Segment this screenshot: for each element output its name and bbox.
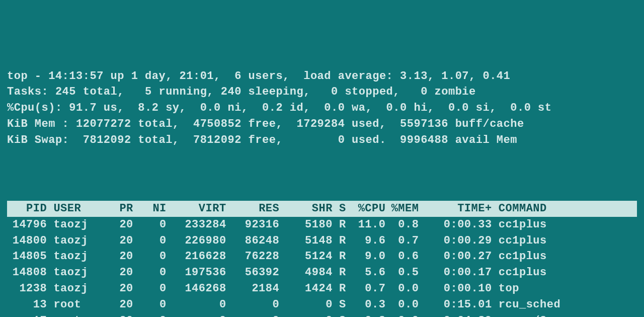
cell-mem: 0.7 [385, 233, 419, 249]
col-header-cpu[interactable]: %CPU [346, 201, 385, 217]
col-header-shr[interactable]: SHR [279, 201, 333, 217]
cell-res: 56392 [226, 265, 280, 281]
table-row[interactable]: 14805taozj200216628762285124R9.00.60:00.… [7, 249, 637, 265]
cell-cmd: cc1plus [492, 265, 585, 281]
cell-mem: 0.0 [385, 281, 419, 297]
cell-time: 0:00.17 [419, 265, 492, 281]
top-summary: top - 14:13:57 up 1 day, 21:01, 6 users,… [7, 68, 637, 148]
col-header-s[interactable]: S [333, 201, 346, 217]
cell-user: taozj [47, 233, 107, 249]
table-header-row[interactable]: PIDUSERPRNIVIRTRESSHRS%CPU%MEMTIME+COMMA… [7, 201, 637, 217]
col-header-mem[interactable]: %MEM [385, 201, 419, 217]
cell-res: 0 [226, 297, 280, 313]
cell-res: 76228 [226, 249, 280, 265]
cell-time: 0:00.33 [419, 217, 492, 233]
cell-cpu: 0.3 [346, 297, 385, 313]
cell-pr: 20 [107, 313, 133, 317]
cell-pr: 20 [107, 297, 133, 313]
cell-shr: 0 [279, 313, 333, 317]
cell-shr: 1424 [279, 281, 333, 297]
cell-pid: 13 [7, 297, 47, 313]
summary-line-3: KiB Mem : 12077272 total, 4750852 free, … [7, 116, 637, 132]
cell-time: 0:15.01 [419, 297, 492, 313]
table-row[interactable]: 14808taozj200197536563924984R5.60.50:00.… [7, 265, 637, 281]
col-header-res[interactable]: RES [226, 201, 280, 217]
summary-line-4: KiB Swap: 7812092 total, 7812092 free, 0… [7, 132, 637, 148]
cell-pr: 20 [107, 265, 133, 281]
col-header-virt[interactable]: VIRT [167, 201, 226, 217]
cell-virt: 216628 [167, 249, 226, 265]
cell-cmd: cc1plus [492, 249, 585, 265]
cell-mem: 0.6 [385, 249, 419, 265]
cell-ni: 0 [133, 249, 167, 265]
cell-virt: 0 [167, 297, 226, 313]
cell-ni: 0 [133, 281, 167, 297]
cell-mem: 0.0 [385, 313, 419, 317]
cell-time: 0:00.10 [419, 281, 492, 297]
cell-ni: 0 [133, 297, 167, 313]
cell-virt: 0 [167, 313, 226, 317]
cell-shr: 4984 [279, 265, 333, 281]
cell-user: taozj [47, 217, 107, 233]
col-header-pid[interactable]: PID [7, 201, 47, 217]
table-row[interactable]: 1238taozj20014626821841424R0.70.00:00.10… [7, 281, 637, 297]
cell-shr: 0 [279, 297, 333, 313]
summary-line-0: top - 14:13:57 up 1 day, 21:01, 6 users,… [7, 68, 637, 85]
cell-res: 92316 [226, 217, 280, 233]
cell-mem: 0.0 [385, 297, 419, 313]
cell-s: R [333, 281, 346, 297]
table-row[interactable]: 13root200000S0.30.00:15.01rcu_sched [7, 297, 637, 313]
cell-s: R [333, 217, 346, 233]
col-header-time[interactable]: TIME+ [419, 201, 492, 217]
cell-pr: 20 [107, 281, 133, 297]
cell-cpu: 9.0 [346, 249, 385, 265]
cell-shr: 5180 [279, 217, 333, 233]
cell-pid: 1238 [7, 281, 47, 297]
cell-shr: 5148 [279, 233, 333, 249]
cell-cmd: rcuos/3 [492, 313, 585, 317]
cell-cpu: 5.6 [346, 265, 385, 281]
cell-ni: 0 [133, 313, 167, 317]
cell-virt: 226980 [167, 233, 226, 249]
cell-ni: 0 [133, 217, 167, 233]
cell-time: 0:04.89 [419, 313, 492, 317]
table-row[interactable]: 14800taozj200226980862485148R9.60.70:00.… [7, 233, 637, 249]
cell-s: R [333, 233, 346, 249]
cell-pid: 14805 [7, 249, 47, 265]
cell-time: 0:00.27 [419, 249, 492, 265]
col-header-pr[interactable]: PR [107, 201, 133, 217]
cell-cpu: 0.3 [346, 313, 385, 317]
cell-ni: 0 [133, 265, 167, 281]
cell-virt: 146268 [167, 281, 226, 297]
cell-pid: 14800 [7, 233, 47, 249]
cell-cmd: cc1plus [492, 233, 585, 249]
cell-res: 0 [226, 313, 280, 317]
cell-s: S [333, 313, 346, 317]
cell-s: R [333, 249, 346, 265]
col-header-ni[interactable]: NI [133, 201, 167, 217]
cell-cmd: top [492, 281, 585, 297]
cell-user: root [47, 313, 107, 317]
cell-cmd: rcu_sched [492, 297, 585, 313]
cell-virt: 197536 [167, 265, 226, 281]
cell-cpu: 11.0 [346, 217, 385, 233]
table-row[interactable]: 17root200000S0.30.00:04.89rcuos/3 [7, 313, 637, 317]
cell-time: 0:00.29 [419, 233, 492, 249]
col-header-cmd[interactable]: COMMAND [492, 201, 585, 217]
cell-pid: 14808 [7, 265, 47, 281]
cell-user: taozj [47, 281, 107, 297]
cell-virt: 233284 [167, 217, 226, 233]
cell-pr: 20 [107, 233, 133, 249]
cell-mem: 0.5 [385, 265, 419, 281]
cell-s: R [333, 265, 346, 281]
process-table[interactable]: PIDUSERPRNIVIRTRESSHRS%CPU%MEMTIME+COMMA… [7, 201, 637, 317]
cell-pid: 14796 [7, 217, 47, 233]
table-row[interactable]: 14796taozj200233284923165180R11.00.80:00… [7, 217, 637, 233]
cell-user: taozj [47, 265, 107, 281]
cell-cpu: 9.6 [346, 233, 385, 249]
cell-user: taozj [47, 249, 107, 265]
col-header-user[interactable]: USER [47, 201, 107, 217]
summary-line-2: %Cpu(s): 91.7 us, 8.2 sy, 0.0 ni, 0.2 id… [7, 100, 637, 116]
cell-mem: 0.8 [385, 217, 419, 233]
cell-cmd: cc1plus [492, 217, 585, 233]
